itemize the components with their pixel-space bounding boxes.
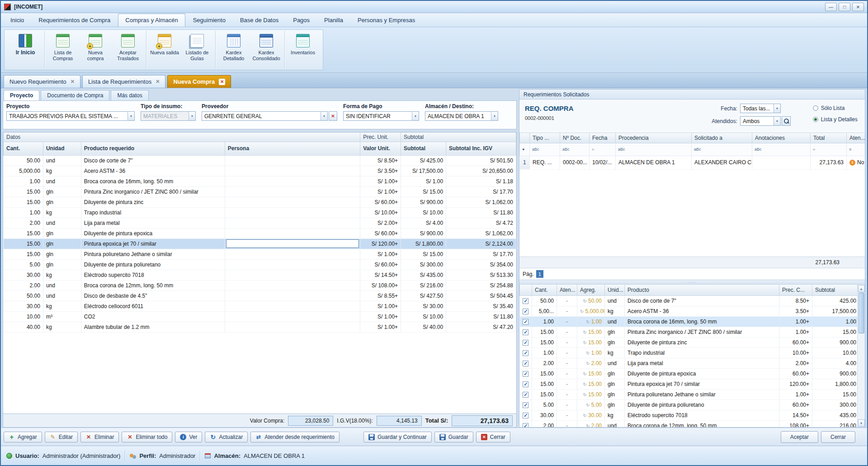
action-button[interactable]: ✎ Editar xyxy=(45,432,78,442)
table-row[interactable]: 30.00 kg Eléctrodo supercito 7018 S/ 14.… xyxy=(4,270,516,280)
detalle-row[interactable]: ✓ 2.00 - ↻2.00 und Broca corona de 12mm,… xyxy=(520,420,859,427)
col-subtotal-igv[interactable]: Subtotal Inc. IGV xyxy=(446,142,516,155)
detalle-row[interactable]: ✓ 50.00 - ↻50.00 und Disco de corte de 7… xyxy=(520,295,859,306)
document-tab[interactable]: Nueva Compra ✕ xyxy=(167,75,231,88)
almacen-destino-combo[interactable]: ALMACEN DE OBRA 1 ▼ xyxy=(425,111,498,121)
req-grid-column-header[interactable]: Tipo ... xyxy=(530,133,560,143)
scroll-down-icon[interactable]: ▼ xyxy=(858,419,865,427)
radio-selected-icon[interactable] xyxy=(813,117,818,122)
table-row[interactable]: 10.00 m³ CO2 S/ 1.00+ S/ 10.00 S/ 11.80 xyxy=(4,311,516,322)
save-action-button[interactable]: Guardar y Continuar xyxy=(363,432,432,442)
forma-pago-combo[interactable]: SIN IDENTIFICAR ▼ xyxy=(343,111,419,121)
atendidos-combo[interactable]: Ambos ▼ xyxy=(740,116,781,126)
filter-cell[interactable]: = xyxy=(590,143,616,156)
row-checkbox[interactable]: ✓ xyxy=(523,309,528,314)
menubar-item[interactable]: Inicio xyxy=(4,14,31,27)
table-row[interactable]: 15.00 gln Pintura Zinc inorganico / JET … xyxy=(4,186,516,197)
req-grid-column-header[interactable]: Solicitado a xyxy=(692,133,752,143)
chevron-down-icon[interactable]: ▼ xyxy=(321,112,327,120)
table-row[interactable]: 15.00 gln Pintura poliuretano Jethane o … xyxy=(4,249,516,259)
col-check[interactable] xyxy=(520,285,532,295)
action-button[interactable]: ⇄ Atender desde requerimiento xyxy=(250,432,340,442)
table-row[interactable]: 15.00 gln Diluyente de pintura epoxica S… xyxy=(4,228,516,238)
table-row[interactable]: 5.00 gln Diluyente de pintura poliuretan… xyxy=(4,259,516,270)
row-checkbox[interactable]: ✓ xyxy=(523,298,528,304)
aceptar-button[interactable]: Aceptar xyxy=(781,431,818,443)
menubar-item[interactable]: Base de Datos xyxy=(233,14,285,27)
filter-cell[interactable]: ≡ xyxy=(847,143,866,156)
detalle-row[interactable]: ✓ 15.00 - ↻15.00 gln Pintura epoxica jet… xyxy=(520,379,859,389)
detalle-row[interactable]: ✓ 2.00 - ↻2.00 und Lija para metal 2.00+… xyxy=(520,358,859,368)
req-grid-column-header[interactable]: Total xyxy=(811,133,847,143)
close-icon[interactable]: ✕ xyxy=(71,79,75,85)
clear-proveedor-button[interactable]: ✕ xyxy=(329,111,337,121)
req-grid-column-header[interactable] xyxy=(520,133,530,143)
row-checkbox[interactable]: ✓ xyxy=(523,329,528,335)
row-checkbox[interactable]: ✓ xyxy=(523,423,528,428)
save-action-button[interactable]: ✕ Cerrar xyxy=(476,432,510,442)
filter-cell[interactable]: aBc xyxy=(616,143,692,156)
close-icon[interactable]: ✕ xyxy=(156,79,160,85)
col-unid[interactable]: Unid... xyxy=(605,285,625,295)
detalle-row[interactable]: ✓ 15.00 - ↻15.00 gln Pintura poliuretano… xyxy=(520,389,859,399)
row-checkbox[interactable]: ✓ xyxy=(523,340,528,346)
page-number-button[interactable]: 1 xyxy=(536,270,543,278)
col-subtotal[interactable]: Subtotal xyxy=(812,285,859,295)
detalle-row[interactable]: ✓ 15.00 - ↻15.00 gln Diluyente de pintur… xyxy=(520,337,859,347)
search-button[interactable] xyxy=(782,116,791,126)
fecha-combo[interactable]: Todas las... ▼ xyxy=(740,104,781,113)
persona-editor[interactable] xyxy=(226,239,359,248)
detalle-row[interactable]: ✓ 5,00... - ↻5,000.00 kg Acero ASTM - 36… xyxy=(520,306,859,316)
filter-cell[interactable]: aBc xyxy=(752,143,811,156)
splitter-handle[interactable] xyxy=(519,280,865,285)
ribbon-button[interactable]: Inventarios xyxy=(287,31,319,69)
menubar-item[interactable]: Requerimientos de Compra xyxy=(32,14,117,27)
proyecto-combo[interactable]: TRABAJOS PREVIOS PARA EL SISTEMA ... ▼ xyxy=(6,111,135,121)
ribbon-button[interactable]: Kardex Detallado xyxy=(218,31,250,69)
action-button[interactable]: i Ver xyxy=(175,432,202,442)
chevron-down-icon[interactable]: ▼ xyxy=(774,117,780,125)
col-prec[interactable]: Prec. C... xyxy=(779,285,812,295)
req-grid-column-header[interactable]: Procedencia xyxy=(616,133,692,143)
chevron-down-icon[interactable]: ▼ xyxy=(491,112,498,120)
table-row[interactable]: 2.00 und Lija para metal S/ 2.00+ S/ 4.0… xyxy=(4,218,516,228)
col-valor-unit[interactable]: Valor Unit. xyxy=(360,142,401,155)
ribbon-button[interactable]: Kardex Consolidado xyxy=(250,31,282,69)
scrollbar-thumb[interactable] xyxy=(859,293,864,333)
table-row[interactable]: 40.00 kg Alambre tubular de 1.2 mm S/ 1.… xyxy=(4,322,516,332)
action-button[interactable]: + Agregar xyxy=(4,432,42,442)
ribbon-button[interactable]: Aceptar Traslados xyxy=(112,31,144,69)
detalle-row[interactable]: ✓ 1.00 - ↻1.00 und Broca corona de 16mm,… xyxy=(520,316,859,327)
row-checkbox[interactable]: ✓ xyxy=(523,413,528,418)
row-checkbox[interactable]: ✓ xyxy=(523,350,528,356)
detalle-row[interactable]: ✓ 5.00 - ↻5.00 gln Diluyente de pintura … xyxy=(520,399,859,410)
table-row[interactable]: 1.00 kg Trapo industrial S/ 10.00+ S/ 10… xyxy=(4,207,516,218)
close-button[interactable]: ✕ xyxy=(852,3,864,11)
row-checkbox[interactable]: ✓ xyxy=(523,319,528,325)
col-agreg[interactable]: Agreg. xyxy=(577,285,605,295)
filter-cell[interactable]: aBc xyxy=(560,143,590,156)
menubar-item[interactable]: Personas y Empresas xyxy=(351,14,422,27)
ribbon-button[interactable]: + Nueva compra xyxy=(80,31,111,69)
radio-solo-lista[interactable]: Sólo Lista xyxy=(813,105,858,111)
minimize-button[interactable]: — xyxy=(825,3,837,11)
chevron-down-icon[interactable]: ▼ xyxy=(127,112,134,120)
table-row[interactable]: 15.00 gln Diluyente de pintura zinc S/ 6… xyxy=(4,197,516,207)
ribbon-button[interactable]: Listado de Guías xyxy=(181,31,213,69)
ribbon-button[interactable]: + Nueva salida xyxy=(149,31,180,69)
table-row[interactable]: 30.00 kg Eléctrodo cellocord 6011 S/ 1.0… xyxy=(4,301,516,311)
purchase-subtab[interactable]: Más datos xyxy=(111,90,148,100)
menubar-item[interactable]: Pagos xyxy=(286,14,316,27)
filter-cell[interactable]: ● xyxy=(520,143,530,156)
req-grid-column-header[interactable]: Nº Doc. xyxy=(560,133,590,143)
menubar-item[interactable]: Compras y Almacén xyxy=(118,14,185,27)
filter-cell[interactable]: = xyxy=(811,143,847,156)
purchase-subtab[interactable]: Proyecto xyxy=(4,90,39,100)
col-producto[interactable]: Producto requerido xyxy=(81,142,225,155)
col-subtotal[interactable]: Subtotal xyxy=(401,142,446,155)
col-cant[interactable]: Cant. xyxy=(532,285,557,295)
radio-lista-detalles[interactable]: Lista y Detalles xyxy=(813,116,858,123)
purchase-subtab[interactable]: Documento de Compra xyxy=(41,90,109,100)
detalle-row[interactable]: ✓ 15.00 - ↻15.00 gln Diluyente de pintur… xyxy=(520,368,859,379)
menubar-item[interactable]: Planilla xyxy=(317,14,350,27)
